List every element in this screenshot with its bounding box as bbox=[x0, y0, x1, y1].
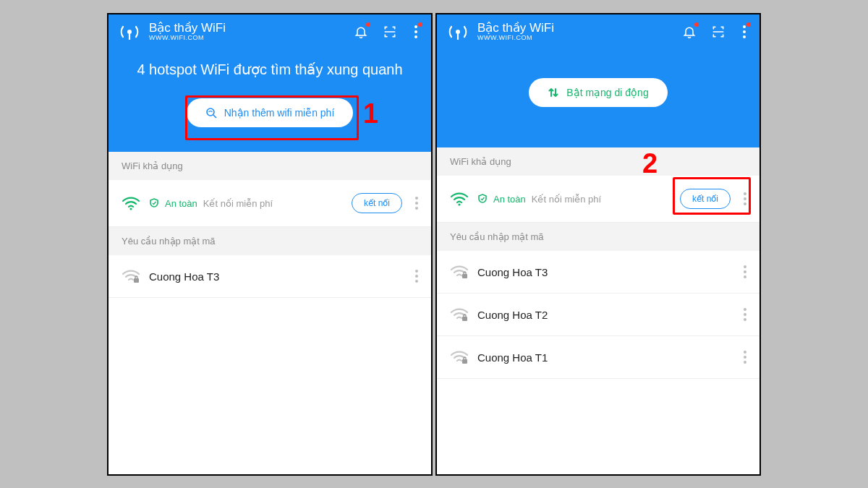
title-group: Bậc thầy WiFi WWW.WIFI.COM bbox=[149, 22, 344, 43]
top-actions bbox=[353, 24, 421, 40]
svg-point-14 bbox=[743, 30, 746, 33]
wifi-locked-icon bbox=[450, 349, 469, 365]
bell-icon[interactable] bbox=[353, 24, 369, 40]
annotation-number-2: 2 bbox=[642, 148, 658, 179]
notification-dot-icon bbox=[746, 22, 751, 27]
svg-point-8 bbox=[129, 207, 132, 210]
svg-point-4 bbox=[414, 30, 417, 33]
row-more-icon[interactable] bbox=[739, 351, 751, 364]
wifi-green-icon bbox=[450, 191, 469, 207]
wifi-row-info: Cuong Hoa T1 bbox=[477, 351, 731, 364]
svg-rect-19 bbox=[462, 359, 467, 364]
phone-left: Bậc thầy WiFi WWW.WIFI.COM bbox=[107, 13, 433, 476]
top-bar: Bậc thầy WiFi WWW.WIFI.COM bbox=[109, 14, 431, 48]
svg-rect-9 bbox=[134, 278, 139, 283]
svg-point-3 bbox=[414, 25, 417, 28]
section-password-required: Yêu cầu nhập mật mã bbox=[437, 223, 760, 251]
enable-mobile-data-button[interactable]: Bật mạng di động bbox=[529, 78, 667, 107]
app-title: Bậc thầy WiFi bbox=[149, 22, 344, 35]
wifi-green-icon bbox=[122, 195, 140, 211]
wifi-signal-icon bbox=[447, 24, 469, 40]
network-name: Cuong Hoa T3 bbox=[477, 266, 548, 278]
hero-banner: 4 hotspot WiFi được tìm thấy xung quanh … bbox=[109, 48, 431, 152]
wifi-row-info: Cuong Hoa T2 bbox=[477, 309, 731, 321]
section-password-required: Yêu cầu nhập mật mã bbox=[109, 227, 431, 255]
app-title: Bậc thầy WiFi bbox=[477, 22, 673, 35]
available-wifi-row[interactable]: An toàn Kết nối miễn phí kết nối 2 bbox=[437, 176, 760, 223]
notification-dot-icon bbox=[418, 22, 422, 27]
pill-label: Bật mạng di động bbox=[566, 87, 648, 98]
free-connect-label: Kết nối miễn phí bbox=[203, 198, 273, 209]
safe-label: An toàn bbox=[165, 198, 197, 209]
wifi-locked-icon bbox=[450, 307, 469, 322]
phone-right: Bậc thầy WiFi WWW.WIFI.COM bbox=[435, 13, 761, 476]
shield-icon bbox=[477, 194, 488, 204]
notification-dot-icon bbox=[366, 22, 370, 27]
app-subtitle: WWW.WIFI.COM bbox=[477, 35, 673, 42]
scan-icon[interactable] bbox=[710, 24, 726, 40]
wifi-row-info: Cuong Hoa T3 bbox=[477, 266, 731, 278]
locked-wifi-row[interactable]: Cuong Hoa T3 bbox=[109, 255, 431, 298]
row-more-icon[interactable] bbox=[739, 265, 751, 278]
bell-icon[interactable] bbox=[681, 24, 697, 40]
free-connect-label: Kết nối miễn phí bbox=[532, 194, 601, 205]
svg-point-16 bbox=[458, 203, 460, 205]
hero-banner: Bật mạng di động bbox=[437, 48, 760, 147]
title-group: Bậc thầy WiFi WWW.WIFI.COM bbox=[477, 22, 673, 43]
locked-wifi-row[interactable]: Cuong Hoa T2 bbox=[437, 294, 760, 336]
more-icon[interactable] bbox=[411, 24, 421, 40]
network-name: Cuong Hoa T2 bbox=[477, 309, 548, 321]
wifi-row-info: Cuong Hoa T3 bbox=[149, 270, 402, 283]
wifi-row-info: An toàn Kết nối miễn phí bbox=[477, 194, 671, 205]
svg-point-5 bbox=[414, 35, 417, 38]
top-bar: Bậc thầy WiFi WWW.WIFI.COM bbox=[437, 14, 760, 48]
wifi-signal-icon bbox=[119, 24, 140, 40]
annotation-box-2 bbox=[673, 177, 751, 215]
available-wifi-row[interactable]: An toàn Kết nối miễn phí kết nối bbox=[109, 180, 431, 227]
more-icon[interactable] bbox=[739, 24, 749, 40]
notification-dot-icon bbox=[694, 22, 699, 27]
hero-headline: 4 hotspot WiFi được tìm thấy xung quanh bbox=[123, 61, 417, 78]
app-subtitle: WWW.WIFI.COM bbox=[149, 35, 344, 42]
top-actions bbox=[681, 24, 749, 40]
locked-wifi-row[interactable]: Cuong Hoa T1 bbox=[437, 336, 760, 379]
connect-button[interactable]: kết nối bbox=[352, 193, 402, 213]
row-more-icon[interactable] bbox=[411, 270, 422, 283]
row-more-icon[interactable] bbox=[411, 197, 422, 210]
annotation-number-1: 1 bbox=[363, 98, 378, 129]
updown-arrows-icon bbox=[548, 87, 559, 98]
shield-icon bbox=[149, 198, 159, 208]
section-available-wifi: WiFi khả dụng bbox=[437, 147, 760, 176]
svg-rect-18 bbox=[462, 317, 467, 321]
row-more-icon[interactable] bbox=[739, 308, 751, 321]
wifi-locked-icon bbox=[122, 268, 140, 284]
svg-point-15 bbox=[743, 35, 746, 38]
svg-rect-17 bbox=[462, 274, 467, 278]
safe-label: An toàn bbox=[493, 194, 526, 205]
section-available-wifi: WiFi khả dụng bbox=[109, 152, 431, 180]
locked-wifi-row[interactable]: Cuong Hoa T3 bbox=[437, 251, 760, 294]
scan-icon[interactable] bbox=[382, 24, 398, 40]
wifi-locked-icon bbox=[450, 264, 469, 280]
svg-point-13 bbox=[743, 25, 746, 28]
network-name: Cuong Hoa T1 bbox=[477, 351, 548, 364]
wifi-row-info: An toàn Kết nối miễn phí bbox=[149, 198, 343, 209]
annotation-box-1 bbox=[185, 95, 359, 140]
network-name: Cuong Hoa T3 bbox=[149, 270, 219, 283]
